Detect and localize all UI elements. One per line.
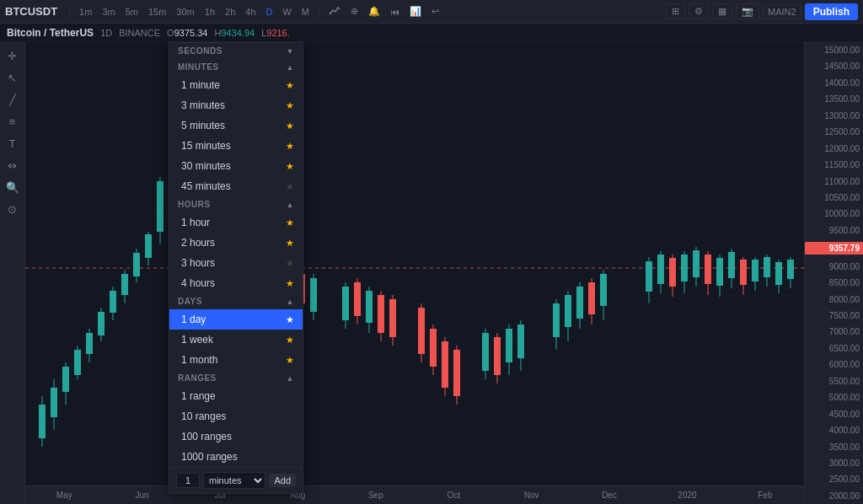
crosshair-tool[interactable]: ✛ (3, 46, 23, 66)
time-nov: Nov (492, 491, 570, 500)
tf-1minute[interactable]: 1 minute★ (169, 75, 303, 95)
fib-tool[interactable]: ≡ (3, 111, 23, 131)
open-value: O9375.34 (167, 28, 207, 38)
price-2500: 2500.00 (805, 475, 863, 484)
svg-rect-102 (669, 258, 676, 287)
days-label: DAYS (178, 297, 202, 306)
svg-rect-92 (576, 287, 583, 319)
tf-2h[interactable]: 2h (221, 5, 239, 19)
star-3minutes[interactable]: ★ (286, 100, 294, 111)
price-4000: 4000.00 (805, 426, 863, 435)
tf-M[interactable]: M (297, 5, 314, 19)
star-4hours[interactable]: ★ (286, 278, 294, 289)
tf-4h[interactable]: 4h (241, 5, 260, 19)
left-sidebar: ✛ ↖ ╱ ≡ T ⇔ 🔍 ⊙ (0, 42, 25, 504)
tf-D[interactable]: D (262, 5, 277, 19)
fullscreen-icon[interactable]: ⊞ (666, 3, 685, 19)
custom-tf-number[interactable] (176, 473, 200, 488)
main2-label[interactable]: MAIN2 (763, 4, 801, 19)
star-45minutes[interactable]: ★ (286, 181, 294, 192)
tf-5m[interactable]: 5m (121, 5, 142, 19)
days-section[interactable]: DAYS ▲ (169, 293, 303, 309)
svg-rect-66 (366, 291, 373, 323)
compare-icon[interactable]: ⊕ (346, 4, 362, 19)
chart-type-icon[interactable]: 📊 (405, 4, 426, 19)
tf-1month[interactable]: 1 month★ (169, 350, 303, 370)
star-2hours[interactable]: ★ (286, 238, 294, 249)
price-5000: 5000.00 (805, 393, 863, 402)
tf-1000ranges[interactable]: 1000 ranges (169, 447, 303, 467)
tf-15m[interactable]: 15m (144, 5, 170, 19)
sep2 (319, 5, 319, 19)
days-chevron: ▲ (287, 298, 294, 306)
svg-rect-88 (553, 303, 560, 337)
star-1month[interactable]: ★ (286, 355, 294, 366)
time-axis: May Jun Jul Aug Sep Oct Nov Dec 2020 Feb (25, 485, 804, 504)
svg-rect-28 (121, 274, 128, 295)
star-1hour[interactable]: ★ (286, 217, 294, 228)
svg-rect-78 (453, 350, 460, 396)
exchange-name: BINANCE (119, 28, 160, 38)
custom-tf-unit[interactable]: minutes hours days (203, 472, 265, 489)
price-11500: 11500.00 (805, 160, 863, 169)
measure-tool[interactable]: ⇔ (3, 155, 23, 175)
tf-45minutes[interactable]: 45 minutes★ (169, 176, 303, 196)
chart-area[interactable]: SECONDS ▼ MINUTES ▲ 1 minute★ 3 minutes★… (25, 42, 804, 504)
tf-4hours[interactable]: 4 hours★ (169, 273, 303, 293)
svg-rect-112 (728, 252, 735, 278)
custom-tf-add-button[interactable]: Add (269, 474, 296, 487)
undo-icon[interactable]: ↩ (427, 4, 443, 19)
tf-1h[interactable]: 1h (201, 5, 219, 19)
hours-section[interactable]: HOURS ▲ (169, 196, 303, 212)
alert-icon[interactable]: 🔔 (364, 4, 384, 19)
star-30minutes[interactable]: ★ (286, 161, 294, 172)
camera-icon[interactable]: 📷 (736, 3, 759, 19)
star-15minutes[interactable]: ★ (286, 141, 294, 152)
price-13000: 13000.00 (805, 111, 863, 121)
tf-10ranges[interactable]: 10 ranges (169, 406, 303, 426)
star-1week[interactable]: ★ (286, 335, 294, 346)
minutes-section[interactable]: MINUTES ▲ (169, 59, 303, 75)
svg-rect-120 (775, 262, 782, 285)
tf-30m[interactable]: 30m (172, 5, 198, 19)
tf-1m[interactable]: 1m (75, 5, 96, 19)
tf-3minutes[interactable]: 3 minutes★ (169, 95, 303, 115)
tf-1week[interactable]: 1 week★ (169, 330, 303, 350)
tf-1hour[interactable]: 1 hour★ (169, 212, 303, 233)
svg-rect-98 (646, 261, 652, 292)
zoom-tool[interactable]: 🔍 (3, 177, 23, 197)
svg-rect-84 (506, 329, 512, 362)
ranges-label: RANGES (178, 373, 217, 383)
top-toolbar: BTCUSDT 1m 3m 5m 15m 30m 1h 2h 4h D W M … (0, 0, 863, 24)
tf-100ranges[interactable]: 100 ranges (169, 426, 303, 447)
seconds-section[interactable]: SECONDS ▼ (169, 43, 303, 59)
magnet-tool[interactable]: ⊙ (3, 199, 23, 219)
tf-30minutes[interactable]: 30 minutes★ (169, 156, 303, 176)
text-tool[interactable]: T (3, 133, 23, 153)
cursor-tool[interactable]: ↖ (3, 67, 23, 88)
svg-rect-30 (133, 253, 140, 276)
star-3hours[interactable]: ★ (286, 258, 294, 269)
star-5minutes[interactable]: ★ (286, 121, 294, 131)
right-price-axis: 15000.00 14500.00 14000.00 13500.00 1300… (804, 42, 863, 504)
price-6000: 6000.00 (805, 360, 863, 369)
ranges-section[interactable]: RANGES ▲ (169, 370, 303, 386)
star-1minute[interactable]: ★ (286, 80, 294, 91)
tf-1day[interactable]: 1 day★ (169, 309, 303, 330)
tf-W[interactable]: W (278, 5, 295, 19)
svg-rect-24 (98, 312, 105, 335)
tf-3m[interactable]: 3m (98, 5, 119, 19)
tf-5minutes[interactable]: 5 minutes★ (169, 115, 303, 136)
tf-3hours[interactable]: 3 hours★ (169, 253, 303, 273)
replay-icon[interactable]: ⏮ (386, 5, 404, 19)
trendline-tool[interactable]: ╱ (3, 89, 23, 110)
tf-1range[interactable]: 1 range (169, 386, 303, 406)
publish-button[interactable]: Publish (805, 3, 858, 20)
tf-15minutes[interactable]: 15 minutes★ (169, 136, 303, 156)
star-1day[interactable]: ★ (286, 314, 294, 325)
indicators-icon[interactable] (324, 3, 345, 20)
price-8500: 8500.00 (805, 278, 863, 287)
layout-icon[interactable]: ▦ (712, 3, 732, 19)
settings-icon[interactable]: ⚙ (689, 3, 709, 19)
tf-2hours[interactable]: 2 hours★ (169, 233, 303, 253)
